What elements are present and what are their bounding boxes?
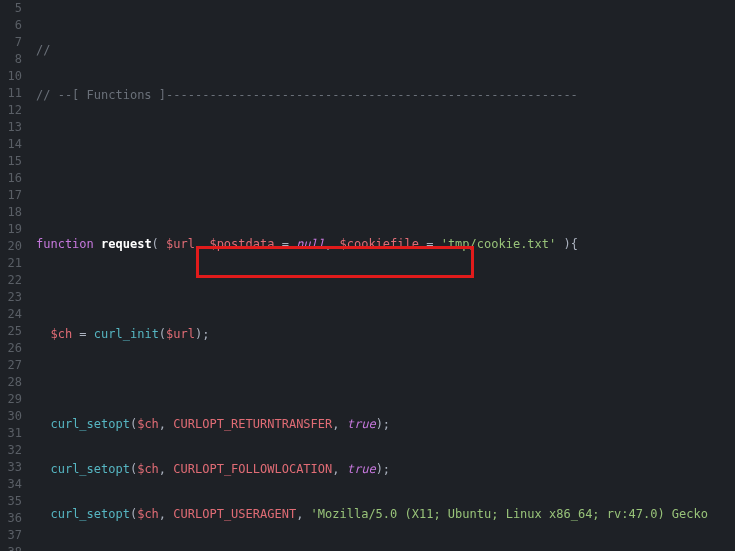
line-number: 24 — [0, 306, 22, 323]
line-number: 22 — [0, 272, 22, 289]
line-number: 10 — [0, 68, 22, 85]
line-number: 14 — [0, 136, 22, 153]
line-number: 15 — [0, 153, 22, 170]
code-line — [36, 281, 735, 298]
code-line: function request( $url, $postdata = null… — [36, 236, 735, 253]
line-number: 32 — [0, 442, 22, 459]
code-line — [36, 371, 735, 388]
line-number: 33 — [0, 459, 22, 476]
line-number: 38 — [0, 544, 22, 551]
code-line: curl_setopt($ch, CURLOPT_RETURNTRANSFER,… — [36, 416, 735, 433]
line-number: 23 — [0, 289, 22, 306]
line-number: 25 — [0, 323, 22, 340]
line-number: 37 — [0, 527, 22, 544]
line-number: 17 — [0, 187, 22, 204]
line-number: 30 — [0, 408, 22, 425]
line-number: 34 — [0, 476, 22, 493]
line-number: 19 — [0, 221, 22, 238]
code-line — [36, 177, 735, 194]
code-line — [36, 132, 735, 149]
line-number: 20 — [0, 238, 22, 255]
code-area[interactable]: // // --[ Functions ]-------------------… — [30, 0, 735, 551]
code-line: curl_setopt($ch, CURLOPT_USERAGENT, 'Moz… — [36, 506, 735, 523]
line-number-gutter: 5678101112131415161718192021222324252627… — [0, 0, 30, 551]
line-number: 21 — [0, 255, 22, 272]
code-line: // — [36, 42, 735, 59]
line-number: 27 — [0, 357, 22, 374]
line-number: 18 — [0, 204, 22, 221]
line-number: 29 — [0, 391, 22, 408]
line-number: 5 — [0, 0, 22, 17]
line-number: 8 — [0, 51, 22, 68]
line-number: 35 — [0, 493, 22, 510]
line-number: 16 — [0, 170, 22, 187]
code-line: $ch = curl_init($url); — [36, 326, 735, 343]
line-number: 31 — [0, 425, 22, 442]
code-line: // --[ Functions ]----------------------… — [36, 87, 735, 104]
line-number: 28 — [0, 374, 22, 391]
line-number: 13 — [0, 119, 22, 136]
line-number: 11 — [0, 85, 22, 102]
code-editor[interactable]: 5678101112131415161718192021222324252627… — [0, 0, 735, 551]
line-number: 26 — [0, 340, 22, 357]
line-number: 7 — [0, 34, 22, 51]
line-number: 36 — [0, 510, 22, 527]
line-number: 12 — [0, 102, 22, 119]
code-line: curl_setopt($ch, CURLOPT_FOLLOWLOCATION,… — [36, 461, 735, 478]
line-number: 6 — [0, 17, 22, 34]
